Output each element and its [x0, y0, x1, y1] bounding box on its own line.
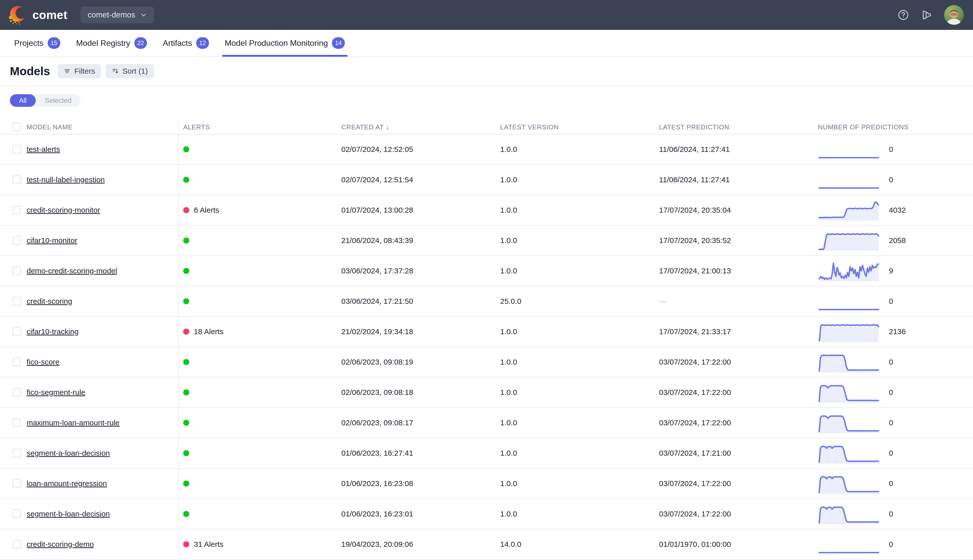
alert-status-dot	[183, 541, 189, 547]
model-name-link[interactable]: credit-scoring	[27, 297, 72, 305]
divider	[0, 85, 973, 86]
model-name-link[interactable]: fico-score	[27, 358, 60, 366]
tab-artifacts[interactable]: Artifacts12	[163, 30, 209, 56]
model-name-link[interactable]: demo-credit-scoring-model	[27, 267, 117, 275]
tab-model-registry[interactable]: Model Registry22	[76, 30, 147, 56]
latest-prediction-value: 03/07/2024, 17:22:00	[655, 388, 814, 397]
logo-wordmark: comet	[32, 8, 67, 22]
predictions-sparkline	[818, 169, 880, 190]
select-all-checkbox[interactable]	[12, 123, 21, 132]
latest-prediction-value: 01/01/1970, 01:00:00	[655, 540, 814, 548]
latest-prediction-value: 17/07/2024, 21:00:13	[655, 267, 814, 275]
model-name-link[interactable]: loan-amount-regression	[27, 479, 107, 488]
tab-label: Model Registry	[76, 38, 130, 48]
row-checkbox[interactable]	[12, 510, 21, 518]
latest-version-value: 1.0.0	[496, 388, 655, 397]
toggle-selected[interactable]: Selected	[36, 94, 80, 107]
row-checkbox[interactable]	[12, 418, 21, 427]
table-row: credit-scoring-demo 31 Alerts 19/04/2023…	[0, 529, 973, 560]
alert-status-dot	[183, 146, 189, 152]
model-name-link[interactable]: segment-a-loan-decision	[27, 449, 110, 457]
created-at-value: 01/06/2023, 16:23:08	[337, 479, 496, 488]
row-checkbox[interactable]	[12, 145, 21, 154]
model-name-link[interactable]: test-alerts	[27, 145, 60, 154]
latest-prediction-value: 11/06/2024, 11:27:41	[655, 145, 814, 154]
latest-prediction-value: 03/07/2024, 17:22:00	[655, 510, 814, 518]
predictions-sparkline	[818, 200, 880, 220]
row-checkbox[interactable]	[12, 236, 21, 245]
latest-prediction-value: —	[655, 297, 814, 305]
col-latest-version[interactable]: LATEST VERSION	[496, 123, 655, 131]
table-row: fico-score 02/06/2023, 09:08:19 1.0.0 03…	[0, 347, 973, 377]
alert-status-dot	[183, 511, 189, 517]
comet-logo-icon	[8, 4, 29, 25]
created-at-value: 02/07/2024, 12:52:05	[337, 145, 496, 154]
predictions-sparkline	[818, 352, 880, 372]
main-nav-tabs: Projects15Model Registry22Artifacts12Mod…	[0, 30, 973, 57]
alert-status-dot	[183, 207, 189, 213]
table-row: fico-segment-rule 02/06/2023, 09:08:18 1…	[0, 377, 973, 408]
alert-status-dot	[183, 328, 189, 335]
predictions-sparkline	[818, 321, 880, 342]
predictions-count: 0	[889, 418, 893, 427]
workspace-selector[interactable]: comet-demos	[80, 7, 154, 23]
model-name-link[interactable]: test-null-label-ingestion	[27, 175, 105, 184]
alert-status-dot	[183, 480, 189, 487]
model-name-link[interactable]: segment-b-loan-decision	[27, 510, 110, 518]
workspace-name: comet-demos	[88, 10, 135, 20]
filters-button[interactable]: Filters	[57, 64, 101, 78]
created-at-value: 01/06/2023, 16:23:01	[337, 510, 496, 518]
row-checkbox[interactable]	[12, 540, 21, 548]
alert-status-dot	[183, 389, 189, 395]
predictions-sparkline	[818, 230, 880, 251]
row-checkbox[interactable]	[12, 267, 21, 275]
toggle-all[interactable]: All	[10, 94, 36, 107]
table-row: test-null-label-ingestion 02/07/2024, 12…	[0, 165, 973, 195]
announcements-icon[interactable]	[921, 9, 933, 21]
comet-logo[interactable]: comet	[8, 4, 67, 25]
row-checkbox[interactable]	[12, 388, 21, 397]
latest-prediction-value: 03/07/2024, 17:22:00	[655, 479, 814, 488]
model-name-link[interactable]: fico-segment-rule	[27, 388, 85, 397]
row-checkbox[interactable]	[12, 479, 21, 488]
chevron-down-icon	[140, 12, 147, 18]
latest-prediction-value: 17/07/2024, 21:33:17	[655, 327, 814, 336]
tab-model-production-monitoring[interactable]: Model Production Monitoring14	[225, 30, 345, 56]
user-avatar[interactable]	[944, 5, 964, 25]
latest-prediction-value: 11/06/2024, 11:27:41	[655, 175, 814, 184]
row-checkbox[interactable]	[12, 206, 21, 215]
tab-count-badge: 14	[332, 37, 345, 49]
predictions-sparkline	[818, 260, 880, 281]
col-model-name[interactable]: MODEL NAME	[27, 123, 73, 131]
row-checkbox[interactable]	[12, 327, 21, 336]
model-name-link[interactable]: credit-scoring-monitor	[27, 206, 100, 215]
filters-label: Filters	[74, 67, 95, 75]
col-alerts[interactable]: ALERTS	[179, 123, 337, 131]
row-checkbox[interactable]	[12, 449, 21, 457]
latest-version-value: 1.0.0	[496, 236, 655, 245]
latest-version-value: 25.0.0	[496, 297, 655, 305]
sort-button[interactable]: Sort (1)	[106, 64, 154, 78]
model-name-link[interactable]: credit-scoring-demo	[27, 540, 94, 548]
alerts-count-label: 6 Alerts	[194, 206, 219, 215]
row-checkbox[interactable]	[12, 175, 21, 184]
help-icon[interactable]	[898, 9, 909, 21]
col-latest-prediction[interactable]: LATEST PREDICTION	[655, 123, 814, 131]
row-checkbox[interactable]	[12, 297, 21, 305]
model-name-link[interactable]: cifar10-monitor	[27, 236, 77, 245]
row-checkbox[interactable]	[12, 358, 21, 366]
predictions-count: 0	[889, 175, 893, 184]
created-at-value: 19/04/2023, 20:09:06	[337, 540, 496, 548]
avatar-photo	[944, 5, 964, 25]
col-number-of-predictions[interactable]: NUMBER OF PREDICTIONS	[814, 123, 973, 131]
created-at-value: 02/06/2023, 09:08:17	[337, 418, 496, 427]
tab-projects[interactable]: Projects15	[14, 30, 60, 56]
tab-label: Model Production Monitoring	[225, 38, 328, 48]
model-name-link[interactable]: cifar10-tracking	[27, 327, 79, 336]
predictions-count: 0	[889, 358, 893, 366]
latest-version-value: 1.0.0	[496, 327, 655, 336]
predictions-count: 0	[889, 540, 893, 548]
predictions-count: 9	[889, 267, 893, 275]
col-created-at[interactable]: CREATED AT ↓	[337, 123, 496, 131]
model-name-link[interactable]: maximum-loan-amount-rule	[27, 418, 120, 427]
